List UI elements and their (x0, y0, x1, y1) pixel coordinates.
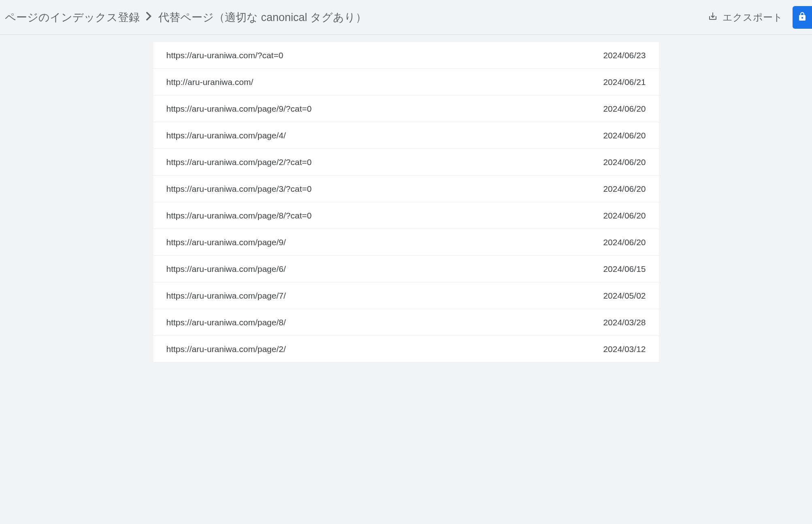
url-cell: https://aru-uraniwa.com/page/9/ (166, 238, 286, 247)
table-row[interactable]: http://aru-uraniwa.com/2024/06/21 (153, 69, 659, 95)
url-cell: https://aru-uraniwa.com/page/7/ (166, 291, 286, 301)
date-cell: 2024/03/28 (603, 318, 646, 327)
breadcrumb-current: 代替ページ（適切な canonical タグあり） (158, 10, 367, 25)
table-row[interactable]: https://aru-uraniwa.com/page/3/?cat=0202… (153, 176, 659, 202)
url-cell: https://aru-uraniwa.com/page/8/?cat=0 (166, 211, 312, 221)
date-cell: 2024/05/02 (603, 291, 646, 301)
url-cell: https://aru-uraniwa.com/?cat=0 (166, 51, 283, 60)
content-area: https://aru-uraniwa.com/?cat=02024/06/23… (0, 35, 812, 363)
table-row[interactable]: https://aru-uraniwa.com/page/9/2024/06/2… (153, 229, 659, 256)
table-row[interactable]: https://aru-uraniwa.com/page/9/?cat=0202… (153, 95, 659, 122)
date-cell: 2024/03/12 (603, 344, 646, 354)
date-cell: 2024/06/20 (603, 157, 646, 167)
breadcrumb: ページのインデックス登録 代替ページ（適切な canonical タグあり） (5, 10, 367, 25)
date-cell: 2024/06/20 (603, 131, 646, 140)
table-row[interactable]: https://aru-uraniwa.com/page/2/?cat=0202… (153, 149, 659, 176)
export-button[interactable]: エクスポート (708, 11, 783, 24)
breadcrumb-parent-link[interactable]: ページのインデックス登録 (5, 10, 140, 25)
date-cell: 2024/06/20 (603, 184, 646, 194)
table-row[interactable]: https://aru-uraniwa.com/page/2/2024/03/1… (153, 336, 659, 363)
url-cell: https://aru-uraniwa.com/page/2/ (166, 344, 286, 354)
date-cell: 2024/06/20 (603, 238, 646, 247)
lock-button[interactable] (793, 6, 812, 29)
download-icon (708, 11, 718, 23)
header-actions: エクスポート (708, 6, 807, 29)
export-label: エクスポート (722, 11, 783, 24)
url-cell: https://aru-uraniwa.com/page/8/ (166, 318, 286, 327)
url-cell: https://aru-uraniwa.com/page/6/ (166, 264, 286, 274)
date-cell: 2024/06/15 (603, 264, 646, 274)
date-cell: 2024/06/20 (603, 211, 646, 221)
date-cell: 2024/06/23 (603, 51, 646, 60)
url-cell: http://aru-uraniwa.com/ (166, 77, 254, 87)
page-header: ページのインデックス登録 代替ページ（適切な canonical タグあり） エ… (0, 0, 812, 35)
table-row[interactable]: https://aru-uraniwa.com/page/6/2024/06/1… (153, 256, 659, 282)
date-cell: 2024/06/21 (603, 77, 646, 87)
chevron-right-icon (146, 12, 152, 23)
url-cell: https://aru-uraniwa.com/page/2/?cat=0 (166, 157, 312, 167)
url-table: https://aru-uraniwa.com/?cat=02024/06/23… (153, 42, 659, 363)
url-cell: https://aru-uraniwa.com/page/4/ (166, 131, 286, 140)
url-cell: https://aru-uraniwa.com/page/3/?cat=0 (166, 184, 312, 194)
date-cell: 2024/06/20 (603, 104, 646, 114)
table-row[interactable]: https://aru-uraniwa.com/page/8/2024/03/2… (153, 309, 659, 336)
table-row[interactable]: https://aru-uraniwa.com/page/7/2024/05/0… (153, 282, 659, 309)
table-row[interactable]: https://aru-uraniwa.com/page/8/?cat=0202… (153, 202, 659, 229)
table-row[interactable]: https://aru-uraniwa.com/page/4/2024/06/2… (153, 122, 659, 149)
lock-icon (797, 12, 807, 23)
table-row[interactable]: https://aru-uraniwa.com/?cat=02024/06/23 (153, 42, 659, 69)
url-cell: https://aru-uraniwa.com/page/9/?cat=0 (166, 104, 312, 114)
